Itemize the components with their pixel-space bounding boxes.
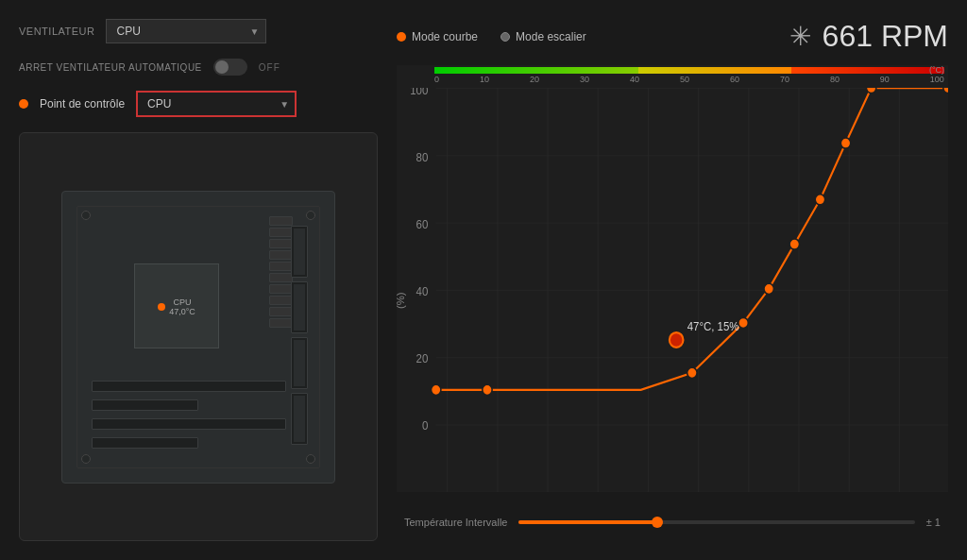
ventilateur-label: VENTILATEUR xyxy=(19,25,94,37)
mode-curve-dot xyxy=(397,32,406,42)
ventilateur-select-wrapper: CPU xyxy=(106,19,266,43)
y-40: 40 xyxy=(416,284,429,298)
left-panel: VENTILATEUR CPU ARRET VENTILATEUR AUTOMA… xyxy=(19,19,378,541)
pcie-slot-2 xyxy=(92,399,198,411)
motherboard-container: CPU 47,0°C xyxy=(19,132,378,541)
slider-fill xyxy=(518,520,657,524)
tick-0: 0 xyxy=(434,75,439,84)
pcie-slot-3 xyxy=(92,418,286,430)
ram-slot-3 xyxy=(291,337,308,389)
ram-slot-4 xyxy=(291,393,308,445)
screw-bl xyxy=(81,454,91,464)
fan-icon: ✳ xyxy=(789,21,811,52)
control-point-select-wrapper: CPU xyxy=(136,91,297,117)
mode-step-label: Mode escalier xyxy=(516,30,586,43)
temp-color-bar xyxy=(434,67,944,74)
cpu-temp-indicator: CPU 47,0°C xyxy=(158,297,195,316)
tick-20: 20 xyxy=(530,75,539,84)
control-point-row: Point de contrôle CPU xyxy=(19,91,378,117)
ram-slot-1 xyxy=(291,226,308,278)
tick-100: 100 xyxy=(930,75,944,84)
motherboard-diagram: CPU 47,0°C xyxy=(61,191,335,484)
tick-80: 80 xyxy=(830,75,840,84)
pcie-slots xyxy=(92,381,286,449)
svg-rect-0 xyxy=(436,88,948,492)
slider-thumb[interactable] xyxy=(652,517,663,528)
fan-curve-chart[interactable]: 100 80 60 40 20 0 (%) xyxy=(397,88,948,492)
cp-7[interactable] xyxy=(840,138,850,148)
y-0: 0 xyxy=(422,418,429,433)
bottom-bar: Température Intervalle ± 1 xyxy=(397,503,948,541)
mode-step-dot xyxy=(500,32,510,42)
rpm-display: ✳ 661 RPM xyxy=(789,19,948,54)
ram-slots xyxy=(291,221,312,453)
chart-area[interactable]: 0 10 20 30 40 50 60 70 80 90 100 (°C) xyxy=(397,65,948,492)
heatsink xyxy=(269,216,293,358)
right-panel: Mode courbe Mode escalier ✳ 661 RPM xyxy=(397,19,948,541)
cp-2[interactable] xyxy=(687,367,697,378)
y-80: 80 xyxy=(416,150,429,164)
tick-90: 90 xyxy=(880,75,890,84)
auto-stop-label: ARRET VENTILATEUR AUTOMATIQUE xyxy=(19,62,202,73)
cpu-chip: CPU 47,0°C xyxy=(134,263,219,348)
tick-40: 40 xyxy=(630,75,639,84)
tick-50: 50 xyxy=(680,75,689,84)
pcie-slot-4 xyxy=(92,437,198,449)
cp-1[interactable] xyxy=(483,384,492,395)
auto-stop-toggle[interactable] xyxy=(213,59,247,76)
cp-5[interactable] xyxy=(789,239,799,249)
tick-10: 10 xyxy=(480,75,489,84)
tick-60: 60 xyxy=(730,75,739,84)
cp-8[interactable] xyxy=(866,88,875,93)
tick-30: 30 xyxy=(580,75,589,84)
mb-inner: CPU 47,0°C xyxy=(76,206,320,468)
cp-0[interactable] xyxy=(432,384,441,395)
tooltip-text: 47°C, 15% xyxy=(687,319,739,333)
cp-3[interactable] xyxy=(738,317,748,328)
control-point-label: Point de contrôle xyxy=(40,97,125,110)
cpu-orange-dot xyxy=(158,303,165,311)
y-20: 20 xyxy=(416,351,429,365)
auto-stop-row: ARRET VENTILATEUR AUTOMATIQUE OFF xyxy=(19,59,378,76)
screw-tl xyxy=(81,211,91,220)
screw-tr xyxy=(306,211,315,220)
pm-label: ± 1 xyxy=(926,517,941,528)
mode-curve-option[interactable]: Mode courbe xyxy=(397,30,478,43)
cp-6[interactable] xyxy=(815,195,824,205)
control-point-select[interactable]: CPU xyxy=(136,91,297,117)
rpm-value: 661 RPM xyxy=(823,19,948,54)
mode-curve-label: Mode courbe xyxy=(412,30,478,43)
toggle-off-label: OFF xyxy=(259,62,280,73)
screw-br xyxy=(306,454,315,464)
y-100: 100 xyxy=(410,88,428,97)
cp-4[interactable] xyxy=(764,283,773,294)
ventilateur-select[interactable]: CPU xyxy=(106,19,266,43)
pcie-slot-1 xyxy=(92,381,286,392)
temp-axis: 0 10 20 30 40 50 60 70 80 90 100 xyxy=(434,75,944,84)
tick-70: 70 xyxy=(780,75,789,84)
ram-slot-2 xyxy=(291,281,308,333)
cp-highlighted[interactable] xyxy=(670,332,684,348)
y-60: 60 xyxy=(416,217,429,231)
ventilateur-row: VENTILATEUR CPU xyxy=(19,19,378,43)
temp-interval-label: Température Intervalle xyxy=(404,517,507,528)
percent-label: (%) xyxy=(397,293,406,310)
temp-interval-slider[interactable] xyxy=(518,520,914,524)
mode-step-option[interactable]: Mode escalier xyxy=(500,30,586,43)
control-point-dot xyxy=(19,99,28,109)
mode-options: Mode courbe Mode escalier xyxy=(397,30,586,43)
top-bar: Mode courbe Mode escalier ✳ 661 RPM xyxy=(397,19,948,54)
celsius-label: (°C) xyxy=(929,65,944,75)
cpu-chip-label: CPU 47,0°C xyxy=(169,297,195,316)
